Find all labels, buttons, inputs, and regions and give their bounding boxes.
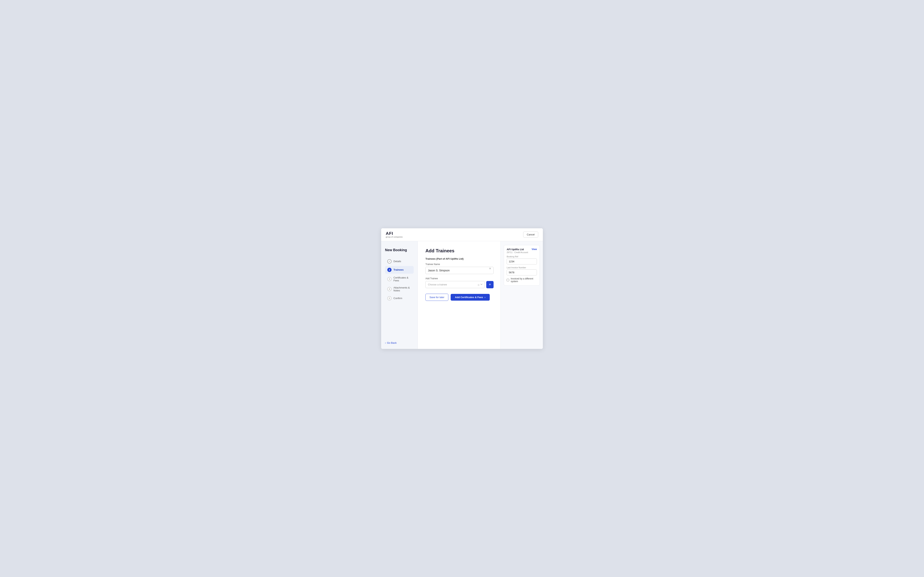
- section-subtitle: Trainees (Part of AFI Uplifts Ltd): [425, 257, 494, 260]
- add-trainee-button[interactable]: +: [486, 281, 494, 288]
- last-invoice-input[interactable]: [507, 269, 537, 276]
- go-back-button[interactable]: ‹ Go Back: [385, 342, 414, 344]
- page-title: Add Trainees: [425, 248, 494, 253]
- sidebar-item-details[interactable]: ✓ Details: [385, 258, 414, 265]
- booking-ref-label: Booking Ref: [507, 255, 537, 258]
- step-label-trainees: Trainees: [394, 268, 404, 271]
- step-label-confirm: Confirm: [394, 297, 402, 300]
- step-badge-attachments: 4: [387, 287, 391, 291]
- add-trainee-row: Choose a trainee ⌃︎⃝ +: [425, 281, 494, 288]
- header: AFI group of companies Cancel: [381, 228, 543, 241]
- company-name: AFI Uplifts Ltd: [507, 248, 528, 251]
- trainee-name-field-row: Trainee Name ✕: [425, 263, 494, 274]
- main-content: Add Trainees Trainees (Part of AFI Uplif…: [418, 241, 501, 349]
- trainee-name-label: Trainee Name: [425, 263, 494, 266]
- chevron-left-icon: ‹: [385, 342, 386, 344]
- last-invoice-label: Last Invoice Number: [507, 266, 537, 269]
- check-icon: ✓: [388, 260, 390, 263]
- save-for-later-button[interactable]: Save for later: [425, 294, 448, 301]
- invoiced-checkbox-row: Invoiced by a different system: [507, 277, 537, 283]
- invoiced-label: Invoiced by a different system: [511, 277, 537, 283]
- body-area: New Booking ✓ Details 2 Trainees: [381, 241, 543, 349]
- trainee-select[interactable]: Choose a trainee: [425, 281, 485, 288]
- company-header: AFI Uplifts Ltd 29711 · Credit Account V…: [507, 248, 537, 253]
- app-window: AFI group of companies Cancel New Bookin…: [381, 228, 543, 349]
- step-badge-trainees: 2: [387, 268, 391, 272]
- sidebar: New Booking ✓ Details 2 Trainees: [381, 241, 418, 349]
- actions-row: Save for later Add Certificates & Fees ›: [425, 294, 494, 301]
- sidebar-item-attachments[interactable]: 4 Attachments & Notes: [385, 284, 414, 294]
- cancel-button[interactable]: Cancel: [523, 232, 538, 237]
- chevron-right-icon: ›: [485, 296, 485, 299]
- step-label-certificates: Certificates & Fees: [394, 276, 411, 282]
- sidebar-steps: ✓ Details 2 Trainees 3 Ce: [385, 258, 414, 302]
- sidebar-title: New Booking: [385, 248, 414, 252]
- clear-icon[interactable]: ✕: [489, 267, 491, 270]
- sidebar-item-trainees[interactable]: 2 Trainees: [385, 266, 414, 274]
- step-badge-details: ✓: [387, 259, 391, 263]
- logo: AFI group of companies: [386, 231, 403, 238]
- sidebar-item-certificates[interactable]: 3 Certificates & Fees: [385, 274, 414, 284]
- trainee-select-wrapper: Choose a trainee ⌃︎⃝: [425, 281, 485, 288]
- view-company-link[interactable]: View: [532, 248, 537, 251]
- add-certificates-fees-button[interactable]: Add Certificates & Fees ›: [451, 294, 489, 301]
- booking-ref-group: Booking Ref: [507, 255, 537, 264]
- invoiced-checkbox[interactable]: [507, 279, 509, 281]
- side-panel: AFI Uplifts Ltd 29711 · Credit Account V…: [501, 241, 543, 349]
- company-meta: 29711 · Credit Account: [507, 251, 528, 253]
- step-badge-certificates: 3: [387, 277, 391, 281]
- company-card: AFI Uplifts Ltd 29711 · Credit Account V…: [504, 245, 540, 285]
- booking-ref-input[interactable]: [507, 258, 537, 264]
- add-trainee-label: Add Trainee: [425, 277, 494, 280]
- step-label-attachments: Attachments & Notes: [394, 286, 411, 292]
- step-badge-confirm: 5: [387, 296, 391, 300]
- step-label-details: Details: [394, 260, 401, 263]
- trainee-name-input[interactable]: [425, 267, 494, 274]
- sidebar-item-confirm[interactable]: 5 Confirm: [385, 295, 414, 302]
- last-invoice-group: Last Invoice Number: [507, 266, 537, 276]
- add-trainee-section: Add Trainee Choose a trainee ⌃︎⃝ +: [425, 277, 494, 288]
